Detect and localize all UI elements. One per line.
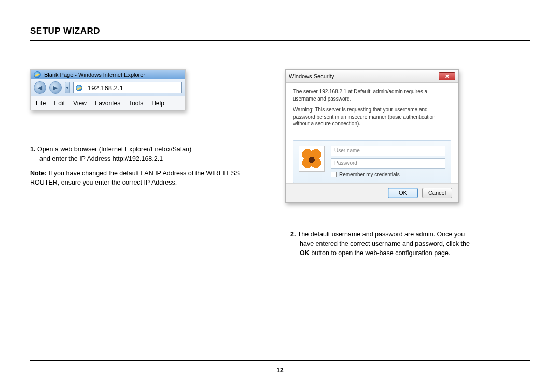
security-msg2: Warning: This server is requesting that … — [293, 106, 451, 128]
browser-screenshot: Blank Page - Windows Internet Explorer ◄… — [30, 69, 186, 110]
ie-icon — [34, 71, 41, 78]
step2-line1: The default username and password are ad… — [296, 231, 465, 238]
credential-fields: User name Password Remember my credentia… — [331, 146, 445, 177]
forward-button[interactable]: ► — [49, 81, 62, 94]
ie-icon — [76, 85, 82, 91]
menu-view[interactable]: View — [69, 99, 91, 108]
note-label: Note: — [30, 170, 47, 177]
nav-history-dropdown[interactable]: ▼ — [65, 82, 70, 93]
cancel-button[interactable]: Cancel — [422, 188, 452, 198]
text-caret-icon — [124, 84, 124, 91]
credentials-box: User name Password Remember my credentia… — [293, 140, 451, 183]
step2-text: 2. The default username and password are… — [290, 230, 530, 258]
security-msg1: The server 192.168.2.1 at Default: admin… — [293, 88, 451, 102]
menu-favorites[interactable]: Favorites — [91, 99, 124, 108]
step1-text: 1. Open a web browser (Internet Explorer… — [30, 145, 270, 188]
avatar — [299, 146, 325, 172]
security-body: The server 192.168.2.1 at Default: admin… — [286, 83, 458, 136]
security-dialog: Windows Security ✕ The server 192.168.2.… — [285, 69, 459, 203]
menu-help[interactable]: Help — [147, 99, 169, 108]
remember-checkbox[interactable] — [331, 172, 337, 177]
security-footer: OK Cancel — [286, 183, 458, 202]
step1-line1: Open a web browser (Internet Explorer/Fi… — [35, 146, 191, 153]
note-text: If you have changed the default LAN IP A… — [30, 170, 240, 186]
address-bar[interactable]: 192.168.2.1 — [73, 82, 182, 93]
menu-tools[interactable]: Tools — [124, 99, 147, 108]
flower-icon — [301, 148, 323, 170]
page-title: SETUP WIZARD — [30, 26, 530, 36]
security-titlebar: Windows Security ✕ — [286, 70, 458, 83]
remember-label: Remember my credentials — [339, 172, 400, 177]
step1-num: 1. — [30, 146, 35, 153]
close-button[interactable]: ✕ — [439, 72, 455, 80]
step2-line2a: have entered the correct username and pa… — [290, 240, 470, 247]
browser-navrow: ◄ ► ▼ 192.168.2.1 — [31, 79, 185, 96]
browser-menubar: File Edit View Favorites Tools Help — [31, 96, 185, 110]
step2-num: 2. — [290, 231, 296, 238]
menu-file[interactable]: File — [32, 99, 50, 108]
password-input[interactable]: Password — [331, 158, 445, 169]
browser-titlebar: Blank Page - Windows Internet Explorer — [31, 70, 185, 79]
security-title: Windows Security — [289, 73, 334, 79]
col-left: Blank Page - Windows Internet Explorer ◄… — [30, 69, 270, 263]
address-text: 192.168.2.1 — [88, 84, 123, 92]
ok-word: OK — [300, 249, 310, 257]
step1-line2: and enter the IP Address http://192.168.… — [30, 155, 163, 162]
columns: Blank Page - Windows Internet Explorer ◄… — [30, 69, 530, 263]
rule-bottom — [30, 360, 530, 361]
username-input[interactable]: User name — [331, 146, 445, 156]
col-right: Windows Security ✕ The server 192.168.2.… — [290, 69, 530, 263]
rule-top — [30, 40, 530, 41]
step2-line2b: button to open the web-base configuratio… — [310, 249, 451, 257]
browser-window-title: Blank Page - Windows Internet Explorer — [44, 72, 145, 78]
menu-edit[interactable]: Edit — [50, 99, 69, 108]
remember-row: Remember my credentials — [331, 172, 445, 177]
back-button[interactable]: ◄ — [34, 81, 46, 94]
page-number: 12 — [0, 367, 560, 374]
ok-button[interactable]: OK — [388, 188, 418, 198]
